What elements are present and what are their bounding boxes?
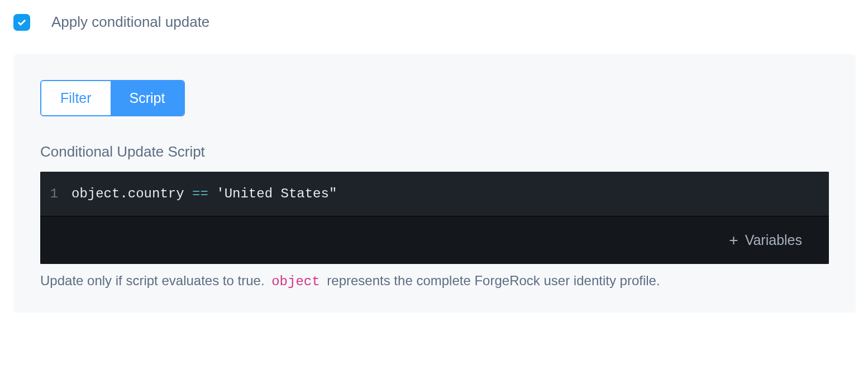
variables-button[interactable]: + Variables	[729, 232, 802, 248]
apply-conditional-update-checkbox[interactable]	[13, 14, 30, 31]
code-editor[interactable]: 1 object.country == 'United States"	[40, 172, 829, 216]
tab-filter[interactable]: Filter	[41, 81, 111, 115]
help-part1: Update only if script evaluates to true.	[40, 273, 268, 288]
help-part2: represents the complete ForgeRock user i…	[323, 273, 660, 288]
filter-script-tabs: Filter Script	[40, 80, 185, 116]
help-text: Update only if script evaluates to true.…	[40, 273, 829, 289]
help-code: object	[268, 274, 323, 289]
variables-label: Variables	[745, 232, 802, 248]
conditional-update-panel: Filter Script Conditional Update Script …	[13, 54, 856, 313]
section-label: Conditional Update Script	[40, 143, 829, 161]
code-operator: ==	[192, 186, 208, 201]
line-number: 1	[40, 186, 71, 201]
code-prefix: object.country	[71, 186, 192, 201]
tab-script[interactable]: Script	[111, 81, 184, 115]
script-editor: 1 object.country == 'United States" + Va…	[40, 172, 829, 264]
code-suffix: 'United States"	[208, 186, 337, 201]
check-icon	[17, 18, 26, 27]
checkbox-label: Apply conditional update	[51, 13, 209, 31]
plus-icon: +	[729, 233, 738, 248]
code-content: object.country == 'United States"	[71, 186, 337, 201]
